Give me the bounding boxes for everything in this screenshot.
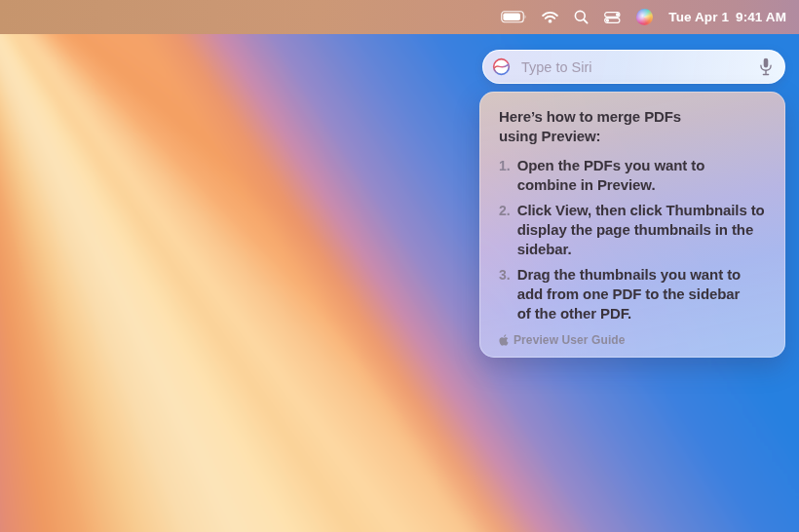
list-item: 1. Open the PDFs you want to combine in … [499,156,768,195]
menu-bar-date: Tue Apr 1 [668,10,729,24]
step-text: Open the PDFs you want to combine in Pre… [517,156,717,195]
menu-bar: Tue Apr 1 9:41 AM [0,0,799,34]
siri-input-bar[interactable] [482,50,785,84]
wifi-icon[interactable] [542,11,558,23]
siri-response-card: Here’s how to merge PDFs using Preview: … [479,92,785,358]
menu-bar-time: 9:41 AM [736,10,786,24]
step-number: 1. [499,156,511,195]
siri-text-input[interactable] [519,58,750,76]
step-text: Click View, then click Thumbnails to dis… [517,201,768,259]
spotlight-search-icon[interactable] [574,10,589,24]
microphone-icon[interactable] [759,57,773,76]
list-item: 2. Click View, then click Thumbnails to … [499,201,768,259]
source-link[interactable]: Preview User Guide [499,333,768,347]
siri-menu-icon[interactable] [636,9,653,25]
list-item: 3. Drag the thumbnails you want to add f… [499,265,768,323]
battery-icon[interactable] [501,11,526,23]
step-number: 2. [499,201,511,259]
control-center-icon[interactable] [604,12,621,23]
steps-list: 1. Open the PDFs you want to combine in … [499,156,768,323]
desktop: Tue Apr 1 9:41 AM [0,0,799,532]
apple-logo-icon [499,334,509,346]
card-title: Here’s how to merge PDFs using Preview: [499,107,699,146]
step-number: 3. [499,265,511,323]
step-text: Drag the thumbnails you want to add from… [517,265,753,323]
siri-orb-icon [492,57,511,76]
menu-bar-clock[interactable]: Tue Apr 1 9:41 AM [668,10,786,24]
source-label: Preview User Guide [514,333,626,347]
